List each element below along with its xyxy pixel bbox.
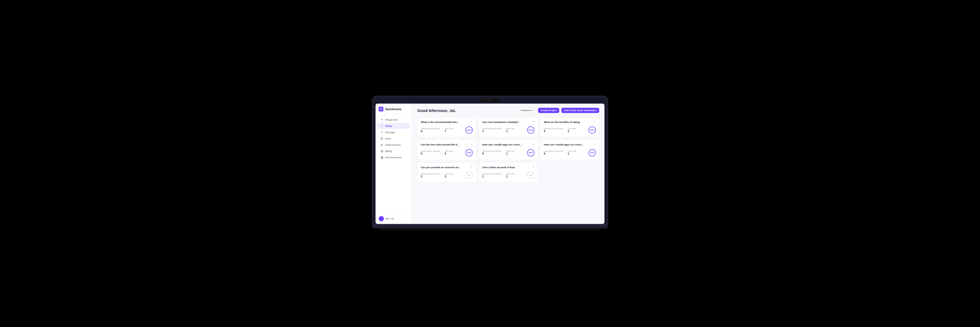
close-icon[interactable]: ✕ xyxy=(532,166,535,168)
close-icon[interactable]: ✕ xyxy=(471,166,473,168)
card-4[interactable]: Can the Sun orbit around the E... ✕ Hall… xyxy=(417,140,476,160)
close-icon[interactable]: ✕ xyxy=(471,143,473,145)
svg-rect-1 xyxy=(381,108,382,109)
score-badge: 100% xyxy=(465,149,473,156)
calls-label: Total Calls: xyxy=(506,128,515,129)
hallucinations-stat: Hallucinations Detected: 0 xyxy=(482,150,502,155)
screen-bezel: OpenSesame ✦ Playground ⌂ Home ⬡ Package xyxy=(372,96,608,224)
sidebar-item-label-documentation: Documentation xyxy=(385,156,402,159)
sidebar-item-package[interactable]: ⬡ Package xyxy=(377,129,410,135)
balance-text: $417.55 xyxy=(385,217,394,220)
hallucinations-value: 2 xyxy=(421,175,441,178)
calls-stat: Total Calls: 1 xyxy=(506,128,515,132)
card-title: How can I install apps on a micr... xyxy=(482,143,532,146)
project-select[interactable]: Medical AI ▾ xyxy=(518,108,536,113)
sidebar-item-hallucinations[interactable]: ◈ Hallucinations xyxy=(377,142,410,148)
card-header: Can you provide an incorrect ex... ✕ xyxy=(421,166,473,169)
sidebar-nav: ✦ Playground ⌂ Home ⬡ Package ⚿ Keys xyxy=(375,114,412,213)
hallucinations-label: Hallucinations Detected: xyxy=(482,128,502,129)
sidebar-item-home[interactable]: ⌂ Home xyxy=(377,123,410,129)
card-title: What are the benefits of taking xyxy=(544,121,594,124)
calls-value: 1 xyxy=(568,152,576,155)
card-header: Give a false account of how ✕ xyxy=(482,166,534,169)
sidebar-item-billing[interactable]: ▤ Billing xyxy=(377,148,410,154)
card-stats: Hallucinations Detected: 0 Total Calls: … xyxy=(421,126,473,134)
svg-rect-3 xyxy=(381,109,382,110)
hallucinations-icon: ◈ xyxy=(380,144,383,146)
sidebar-item-label-package: Package xyxy=(385,131,395,134)
sidebar: OpenSesame ✦ Playground ⌂ Home ⬡ Package xyxy=(375,104,412,224)
hallucinations-label: Hallucinations Detected: xyxy=(421,173,441,175)
hallucinations-stat: Hallucinations Detected: 0 xyxy=(421,128,441,132)
sidebar-item-label-playground: Playground xyxy=(385,118,398,121)
chevron-down-icon: ▾ xyxy=(533,109,534,112)
create-project-button[interactable]: Create Project xyxy=(538,108,559,113)
close-icon[interactable]: ✕ xyxy=(594,143,596,145)
calls-value: 1 xyxy=(568,130,576,132)
logo-icon xyxy=(379,107,383,112)
calls-value: 1 xyxy=(506,152,515,155)
card-6[interactable]: How can I install apps on a micr... ✕ Ha… xyxy=(541,140,599,160)
calls-stat: Total Calls: 1 xyxy=(568,128,576,132)
close-icon[interactable]: ✕ xyxy=(532,121,535,123)
hallucinations-value: 0 xyxy=(421,130,441,132)
calls-stat: Total Calls: 1 xyxy=(568,150,576,155)
sidebar-item-keys[interactable]: ⚿ Keys xyxy=(377,136,410,142)
keys-icon: ⚿ xyxy=(380,137,383,140)
card-5[interactable]: How can I install apps on a micr... ✕ Ha… xyxy=(479,140,538,160)
card-header: How can I install apps on a micr... ✕ xyxy=(544,143,596,146)
score-badge: 0% xyxy=(465,172,473,179)
hallucinations-value: 0 xyxy=(544,130,564,132)
card-header: Can cure headaches instantly? ✕ xyxy=(482,121,534,124)
hallucinations-stat: Hallucinations Detected: 1 xyxy=(482,173,502,178)
hallucinations-stat: Hallucinations Detected: 1 xyxy=(482,128,502,132)
calls-value: 7 xyxy=(445,130,454,132)
main-content: Good Afternoon, Jai. Medical AI ▾ Create… xyxy=(412,104,605,224)
hallucinations-label: Hallucinations Detected: xyxy=(482,150,502,152)
documentation-icon: ▦ xyxy=(380,156,383,159)
home-icon: ⌂ xyxy=(380,124,383,128)
close-icon[interactable]: ✕ xyxy=(594,121,596,123)
score-badge: 0% xyxy=(527,172,535,179)
top-bar: Good Afternoon, Jai. Medical AI ▾ Create… xyxy=(417,108,599,113)
close-icon[interactable]: ✕ xyxy=(471,121,473,123)
card-2[interactable]: Can cure headaches instantly? ✕ Hallucin… xyxy=(479,117,538,137)
calls-label: Total Calls: xyxy=(506,173,515,175)
score-badge: 100% xyxy=(527,126,535,134)
hallucinations-value: 0 xyxy=(482,152,502,155)
calls-label: Total Calls: xyxy=(568,150,576,152)
sidebar-item-documentation[interactable]: ▦ Documentation xyxy=(377,154,410,160)
project-select-value: Medical AI xyxy=(520,109,531,112)
calls-stat: Total Calls: 2 xyxy=(445,173,454,178)
stat-group: Hallucinations Detected: 1 Total Calls: … xyxy=(482,173,515,178)
sidebar-item-label-hallucinations: Hallucinations xyxy=(385,144,401,146)
card-stats: Hallucinations Detected: 0 Total Calls: … xyxy=(544,149,596,156)
billing-icon: ▤ xyxy=(380,150,383,153)
cards-grid: What is the recommended dos... ✕ Halluci… xyxy=(417,117,599,182)
hallucinations-stat: Hallucinations Detected: 0 xyxy=(544,150,564,155)
calls-label: Total Calls: xyxy=(445,128,454,129)
close-icon[interactable]: ✕ xyxy=(532,143,535,145)
calls-label: Total Calls: xyxy=(506,150,515,152)
package-icon: ⬡ xyxy=(380,131,383,134)
card-7[interactable]: Can you provide an incorrect ex... ✕ Hal… xyxy=(417,163,476,182)
sidebar-footer: $417.55 xyxy=(375,213,412,224)
hallucinations-value: 0 xyxy=(544,152,564,155)
card-8[interactable]: Give a false account of how ✕ Hallucinat… xyxy=(479,163,538,182)
stat-group: Hallucinations Detected: 0 Total Calls: … xyxy=(421,150,454,155)
card-title: Can cure headaches instantly? xyxy=(482,121,532,124)
card-1[interactable]: What is the recommended dos... ✕ Halluci… xyxy=(417,117,476,137)
card-3[interactable]: What are the benefits of taking ✕ Halluc… xyxy=(541,117,599,137)
svg-rect-0 xyxy=(380,108,381,109)
card-stats: Hallucinations Detected: 0 Total Calls: … xyxy=(421,149,473,156)
add-vector-store-button[interactable]: Add Vector Store Information xyxy=(562,108,599,113)
card-header: Can the Sun orbit around the E... ✕ xyxy=(421,143,473,146)
calls-label: Total Calls: xyxy=(568,128,576,129)
top-bar-actions: Medical AI ▾ Create Project Add Vector S… xyxy=(518,108,599,113)
card-title: What is the recommended dos... xyxy=(421,121,471,124)
sidebar-item-label-billing: Billing xyxy=(385,150,392,153)
sidebar-item-playground[interactable]: ✦ Playground xyxy=(377,116,410,123)
card-title: Give a false account of how xyxy=(482,166,532,169)
card-stats: Hallucinations Detected: 1 Total Calls: … xyxy=(482,172,534,179)
calls-stat: Total Calls: 1 xyxy=(506,173,515,178)
